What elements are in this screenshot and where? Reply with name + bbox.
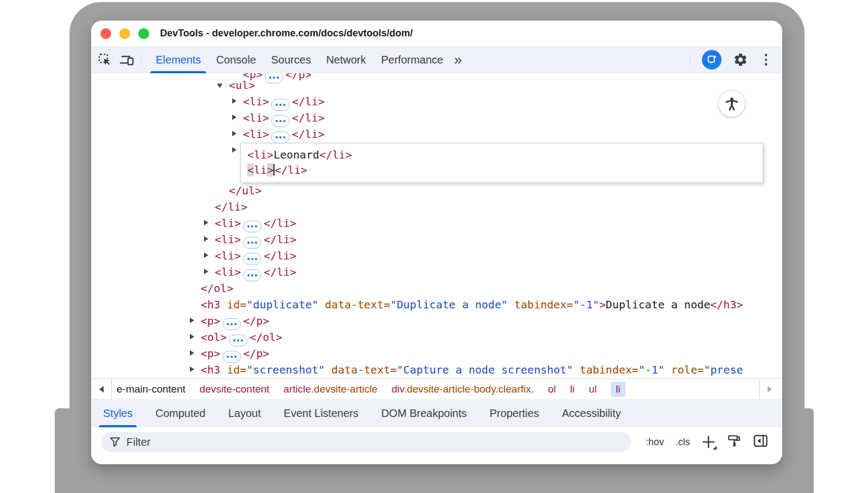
crumb-tag-part: li	[570, 383, 575, 395]
gear-icon[interactable]	[732, 52, 749, 68]
tab-network[interactable]: Network	[318, 46, 373, 73]
tab-layout[interactable]: Layout	[228, 399, 261, 427]
breadcrumb-item-div-devsite-article-body-clearfix-[interactable]: div.devsite-article-body.clearfix.	[392, 383, 534, 395]
styles-filter-input[interactable]: Filter	[101, 432, 631, 452]
tag-token: </ol>	[201, 282, 233, 295]
sidebar-tab-strip: StylesComputedLayoutEvent ListenersDOM B…	[91, 399, 782, 428]
tab-performance[interactable]: Performance	[374, 46, 451, 73]
expand-ellipsis-pill[interactable]	[243, 269, 261, 281]
expand-ellipsis-pill[interactable]	[265, 73, 283, 84]
accessibility-floating-button[interactable]	[719, 91, 745, 117]
ai-assistant-icon[interactable]	[702, 50, 722, 69]
expand-triangle-icon[interactable]	[190, 366, 194, 372]
sidebar-toggle-icon[interactable]	[753, 434, 768, 450]
breadcrumb-item-ol[interactable]: ol	[548, 383, 556, 395]
dom-tree-row[interactable]: <p></p>	[201, 313, 269, 329]
expand-ellipsis-pill[interactable]	[271, 99, 290, 111]
tag-token: <ol>	[201, 331, 227, 344]
devtools-toolbar: ElementsConsoleSourcesNetworkPerformance…	[91, 46, 782, 74]
expand-triangle-icon[interactable]	[232, 115, 237, 120]
dom-tree-row[interactable]: <li></li>	[215, 215, 296, 231]
expand-ellipsis-pill[interactable]	[243, 237, 261, 249]
attribute-name-token: id=	[227, 363, 246, 376]
dom-tree-row[interactable]: </li>	[215, 199, 247, 215]
dom-tree-row[interactable]: <ol></ol>	[201, 329, 282, 345]
attribute-value-token: "prese	[704, 363, 743, 376]
toolbar-right-icons	[684, 46, 773, 73]
tab-dom-breakpoints[interactable]: DOM Breakpoints	[381, 399, 467, 427]
expand-triangle-icon[interactable]	[232, 147, 237, 153]
tab-accessibility[interactable]: Accessibility	[562, 399, 621, 427]
toggle-element-state-button[interactable]: :hov	[646, 437, 664, 448]
device-toolbar-icon[interactable]	[119, 52, 136, 68]
dom-tree-row[interactable]: </ul>	[229, 182, 261, 199]
dom-tree-row[interactable]: <ul>	[229, 77, 255, 93]
expand-ellipsis-pill[interactable]	[229, 334, 247, 346]
breadcrumb-item-article-devsite-article[interactable]: article.devsite-article	[284, 383, 378, 395]
expand-triangle-icon[interactable]	[232, 98, 237, 104]
expand-ellipsis-pill[interactable]	[243, 253, 261, 265]
dom-tree-row[interactable]: <h3 id="duplicate" data-text="Duplicate …	[201, 296, 743, 313]
text-token	[665, 363, 671, 376]
minimize-window-icon[interactable]	[119, 28, 130, 39]
tab-computed[interactable]: Computed	[155, 399, 205, 427]
expand-ellipsis-pill[interactable]	[243, 220, 261, 232]
dom-tree-row[interactable]: </ol>	[201, 280, 233, 296]
expand-ellipsis-pill[interactable]	[222, 318, 241, 330]
tab-event-listeners[interactable]: Event Listeners	[284, 399, 359, 427]
dom-tree-row[interactable]: <li></li>	[215, 231, 296, 248]
expand-triangle-icon[interactable]	[190, 350, 194, 356]
dom-tree-row[interactable]: <li></li>	[243, 126, 324, 142]
expand-triangle-icon[interactable]	[204, 236, 208, 242]
tab-elements[interactable]: Elements	[148, 46, 208, 73]
expand-triangle-icon[interactable]	[204, 269, 208, 274]
expand-triangle-icon[interactable]	[232, 131, 237, 136]
breadcrumb-scroll-right-button[interactable]	[759, 379, 780, 400]
more-tabs-icon[interactable]: »	[451, 47, 465, 72]
expand-ellipsis-pill[interactable]	[222, 351, 241, 363]
dom-tree-row[interactable]: <p></p>	[201, 345, 269, 362]
tab-sources[interactable]: Sources	[264, 46, 318, 73]
breadcrumb-item-li[interactable]: li	[611, 382, 625, 397]
window-title: DevTools - developer.chrome.com/docs/dev…	[160, 21, 413, 46]
tag-token: </li>	[264, 266, 296, 279]
tag-token: <ul>	[229, 79, 255, 92]
breadcrumb-item-li[interactable]: li	[570, 383, 575, 395]
expand-triangle-icon[interactable]	[190, 334, 194, 339]
breadcrumb-item-devsite-content[interactable]: devsite-content	[200, 383, 270, 395]
expand-triangle-icon[interactable]	[204, 220, 208, 225]
inline-html-editor[interactable]: <li>Leonard</li><li></li>	[240, 143, 763, 183]
title-bar: DevTools - developer.chrome.com/docs/dev…	[91, 21, 782, 47]
dom-tree[interactable]: <li>Leonard</li><li></li> <p></p><ul><li…	[91, 73, 782, 378]
element-classes-button[interactable]: .cls	[675, 437, 690, 448]
kebab-menu-icon[interactable]	[760, 54, 773, 66]
expand-ellipsis-pill[interactable]	[271, 131, 290, 143]
attribute-name-token: data-text=	[331, 363, 397, 376]
dom-tree-row[interactable]: <li></li>	[215, 264, 296, 280]
tab-properties[interactable]: Properties	[490, 399, 539, 427]
crumb-class-part: .devsite-article-body.clearfix.	[404, 383, 534, 395]
dom-tree-row[interactable]: <li></li>	[215, 248, 296, 264]
highlighted-bracket-token: >	[267, 163, 273, 176]
new-style-rule-icon[interactable]	[701, 435, 716, 449]
tag-token: </li>	[292, 95, 324, 108]
inspect-cursor-icon[interactable]	[97, 52, 113, 68]
tab-console[interactable]: Console	[208, 46, 263, 73]
panel-tab-strip: ElementsConsoleSourcesNetworkPerformance	[148, 46, 451, 73]
maximize-window-icon[interactable]	[138, 28, 149, 39]
tag-token: <li>	[215, 217, 241, 230]
dom-tree-row[interactable]: <li></li>	[243, 110, 324, 126]
tab-styles[interactable]: Styles	[103, 399, 132, 427]
dom-tree-row[interactable]: <li></li>	[243, 93, 324, 110]
close-window-icon[interactable]	[100, 28, 111, 39]
breadcrumb-item-ul[interactable]: ul	[589, 383, 597, 395]
breadcrumb-item-e-main-content[interactable]: e-main-content	[117, 383, 186, 395]
breadcrumb-scroll-left-button[interactable]	[91, 379, 112, 400]
expand-triangle-icon[interactable]	[204, 252, 208, 258]
breadcrumb-bar: e-main-contentdevsite-contentarticle.dev…	[91, 378, 782, 400]
collapse-triangle-icon[interactable]	[217, 84, 222, 88]
dom-tree-row[interactable]: <h3 id="screenshot" data-text="Capture a…	[201, 362, 743, 378]
paint-roller-icon[interactable]	[727, 434, 742, 451]
expand-ellipsis-pill[interactable]	[271, 115, 290, 127]
expand-triangle-icon[interactable]	[190, 318, 194, 323]
